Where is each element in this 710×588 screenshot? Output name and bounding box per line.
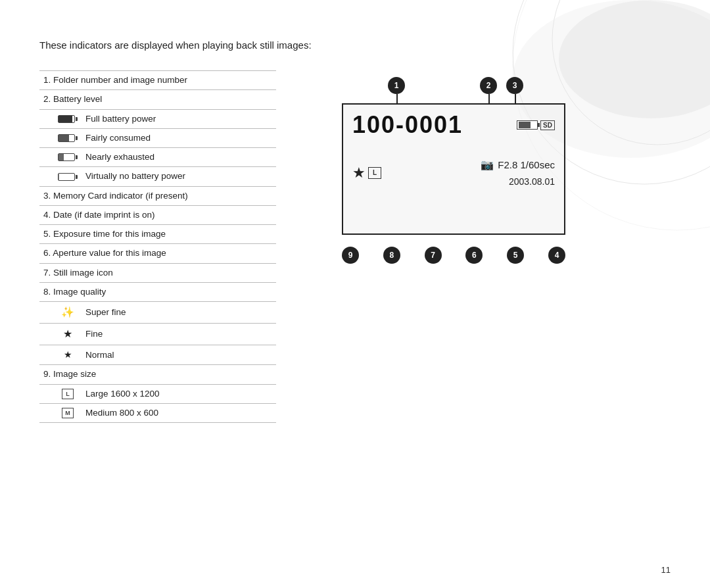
normal-icon: ★ [64,349,72,360]
indicator-6: 6 [465,247,483,264]
size-L-icon: L [62,389,74,399]
battery-nearly-icon [58,153,75,161]
table-row: 3. Memory Card indicator (if present) [39,186,276,205]
image-number: 100-0001 [352,111,463,139]
table-row: ✨ Super fine [39,302,276,324]
table-row: 5. Exposure time for this image [39,225,276,244]
table-row: 9. Image size [39,365,276,384]
table-row: 1. Folder number and image number [39,71,276,90]
fine-icon: ★ [63,328,72,339]
battery-full-icon [58,115,75,123]
battery-empty-icon [58,173,75,181]
diagram-area: 1 2 3 100-0001 [302,70,671,393]
battery-fairly-icon [58,134,75,142]
star-quality-icon: ★ [352,164,366,182]
indicator-2: 2 [480,77,497,94]
display-battery-icon [517,120,538,130]
indicator-4: 4 [548,247,565,264]
indicator-3: 3 [506,77,523,94]
table-row: 8. Image quality [39,282,276,301]
table-row: ★ Fine [39,324,276,345]
table-row: Full battery power [39,109,276,128]
f-value: F2.8 1/60sec [498,159,555,170]
size-M-icon: M [62,408,74,418]
table-row: Fairly consumed [39,128,276,147]
camera-display: 100-0001 SD ★ [342,103,565,235]
sd-badge: SD [540,120,555,130]
indicator-1: 1 [388,77,405,94]
indicator-5: 5 [507,247,524,264]
table-row: 2. Battery level [39,90,276,109]
superfine-icon: ✨ [61,306,74,318]
indicator-7: 7 [425,247,442,264]
table-row: 7. Still image icon [39,263,276,282]
table-row: 6. Aperture value for this image [39,244,276,263]
table-row: Virtually no battery power [39,167,276,186]
indicator-9: 9 [342,247,359,264]
indicator-table: 1. Folder number and image number 2. Bat… [39,70,276,423]
table-row: ★ Normal [39,345,276,365]
date-value: 2003.08.01 [509,176,555,187]
camera-icon: 📷 [481,159,494,171]
indicator-8: 8 [383,247,400,264]
bottom-indicators: 9 8 7 6 5 4 [342,247,565,264]
size-display-icon: L [368,167,381,179]
table-row: M Medium 800 x 600 [39,403,276,422]
table-row: Nearly exhausted [39,148,276,167]
table-row: 4. Date (if date imprint is on) [39,205,276,224]
intro-text: These indicators are displayed when play… [39,39,671,51]
page-number: 11 [661,565,671,575]
table-row: L Large 1600 x 1200 [39,384,276,403]
